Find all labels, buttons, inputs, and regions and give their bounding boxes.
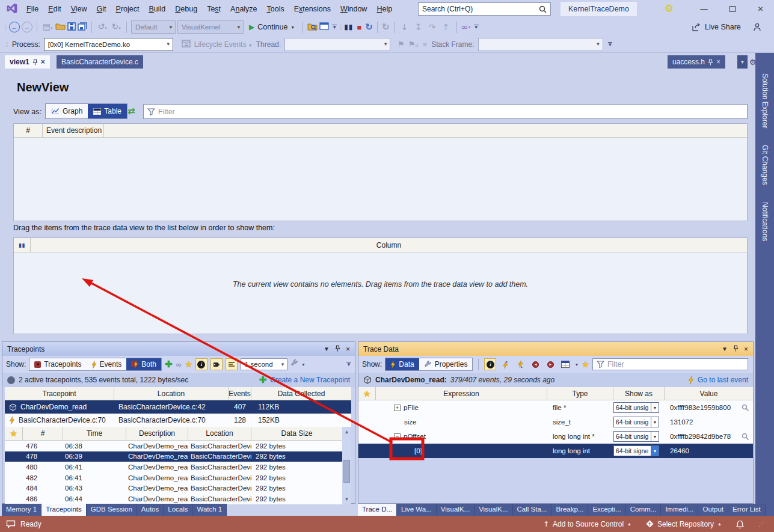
trace-row-size[interactable]: size size_t 64-bit unsig▼ 131072 bbox=[358, 415, 753, 429]
prev-tracepoint-icon[interactable] bbox=[529, 358, 541, 370]
col-description[interactable]: Description bbox=[126, 427, 188, 440]
undo-icon[interactable]: ↺▾ bbox=[96, 18, 108, 37]
bottom-tab[interactable]: Watch 1 bbox=[192, 504, 227, 516]
view-filter-input[interactable]: Filter bbox=[143, 104, 748, 119]
scroll-down-icon[interactable]: ▼ bbox=[345, 497, 349, 502]
show-info-toggle[interactable]: i bbox=[484, 358, 496, 370]
refresh-icon[interactable]: ↻ bbox=[382, 22, 390, 32]
table-toggle[interactable]: Table bbox=[88, 104, 127, 118]
show-as-dropdown[interactable]: 64-bit unsig▼ bbox=[613, 402, 659, 413]
table-row[interactable]: 48406:43CharDevDemo_readBasicCharacterDe… bbox=[5, 483, 342, 494]
col-location[interactable]: Location bbox=[114, 387, 229, 400]
step-over-icon[interactable]: ↧ bbox=[413, 19, 425, 35]
close-icon[interactable]: × bbox=[346, 345, 350, 353]
maximize-button[interactable] bbox=[719, 0, 746, 18]
project-badge[interactable]: KernelTraceDemo bbox=[561, 2, 637, 16]
resize-grip[interactable]: ⋰ bbox=[758, 521, 764, 527]
table-row[interactable]: 47606:38CharDevDemo_readBasicCharacterDe… bbox=[5, 441, 342, 451]
open-folder-icon[interactable] bbox=[55, 22, 66, 32]
stack-frame-dropdown[interactable]: ▼ bbox=[478, 38, 603, 51]
platform-dropdown[interactable]: VisualKernel▼ bbox=[177, 20, 244, 34]
side-tab[interactable]: Notifications bbox=[761, 202, 769, 241]
bottom-tab[interactable]: Locals bbox=[164, 504, 192, 516]
new-project-icon[interactable]: ▤▾ bbox=[41, 18, 54, 37]
inspect-magnifier-icon[interactable] bbox=[742, 433, 749, 441]
bottom-tab[interactable]: Memory 1 bbox=[2, 504, 41, 516]
window-position-icon[interactable]: ▼ bbox=[722, 346, 728, 352]
show-both-toggle[interactable]: Both bbox=[126, 358, 161, 370]
close-tab-icon[interactable]: × bbox=[716, 58, 720, 66]
bottom-tab[interactable]: Immedi... bbox=[661, 504, 698, 516]
collapse-icon[interactable]: − bbox=[394, 433, 401, 440]
table-row[interactable]: 47806:39CharDevDemo_readBasicCharacterDe… bbox=[5, 451, 342, 462]
show-as-dropdown[interactable]: 64-bit signe▼ bbox=[613, 445, 659, 456]
go-to-last-event-link[interactable]: Go to last event bbox=[698, 376, 748, 384]
pin-icon[interactable] bbox=[708, 59, 713, 66]
step-into-icon[interactable]: ↓ bbox=[399, 19, 411, 35]
col-tracepoint[interactable]: Tracepoint bbox=[5, 387, 114, 400]
scroll-thumb[interactable] bbox=[343, 460, 350, 483]
next-event-icon[interactable] bbox=[514, 358, 526, 370]
show-properties-toggle[interactable]: Properties bbox=[419, 358, 473, 370]
trace-row-poffset[interactable]: −pOffset long long int * 64-bit unsig▼ 0… bbox=[358, 429, 753, 444]
live-share-icon[interactable] bbox=[692, 23, 701, 31]
col-events[interactable]: Events bbox=[229, 387, 251, 400]
bottom-tab[interactable]: Call Sta... bbox=[513, 504, 552, 516]
bottom-tab[interactable]: Comm... bbox=[626, 504, 661, 516]
side-tab[interactable]: Git Changes bbox=[761, 145, 769, 185]
collaborators-icon[interactable] bbox=[752, 23, 762, 31]
menu-item[interactable]: View bbox=[66, 0, 92, 18]
show-timeline-toggle[interactable] bbox=[226, 358, 238, 370]
create-tracepoint-link[interactable]: Create a New Tracepoint bbox=[270, 376, 350, 384]
bottom-tab[interactable]: VisualK... bbox=[475, 504, 512, 516]
menu-item[interactable]: Edit bbox=[43, 0, 66, 18]
trace-filter-input[interactable]: Filter bbox=[592, 358, 748, 370]
menu-item[interactable]: Git bbox=[92, 0, 111, 18]
step-return-icon[interactable]: ↑ bbox=[440, 19, 452, 35]
tracepoints-panel-title[interactable]: Tracepoints ▼ × bbox=[2, 342, 355, 356]
export-table-icon[interactable] bbox=[559, 358, 571, 370]
col-data-size[interactable]: Data Size bbox=[251, 427, 342, 440]
event-col-number[interactable]: # bbox=[14, 124, 43, 137]
step-out-icon[interactable]: ↷ bbox=[426, 19, 438, 35]
favorites-star-icon[interactable]: ★ bbox=[10, 429, 17, 438]
intellitrace-icon[interactable]: ∞* bbox=[461, 22, 471, 32]
show-as-dropdown[interactable]: 64-bit unsig▼ bbox=[613, 417, 659, 427]
events-scrollbar[interactable]: ▲ ▼ bbox=[342, 427, 351, 504]
break-all-icon[interactable]: ▮▮ bbox=[344, 23, 353, 31]
table-row[interactable]: 48606:44CharDevDemo_readBasicCharacterDe… bbox=[5, 494, 342, 504]
col-show-as[interactable]: Show as bbox=[613, 387, 665, 400]
search-input[interactable]: Search (Ctrl+Q) bbox=[418, 2, 551, 16]
side-tab[interactable]: Solution Explorer bbox=[761, 73, 769, 128]
refresh-view-icon[interactable]: ⇄ bbox=[127, 106, 135, 117]
bottom-tab[interactable]: Trace D... bbox=[358, 504, 397, 516]
favorites-star-icon[interactable]: ★ bbox=[363, 389, 371, 399]
bottom-tab[interactable]: Tracepoints bbox=[41, 504, 87, 516]
bottom-tab[interactable]: Breakp... bbox=[551, 504, 588, 516]
lifecycle-events-icon[interactable] bbox=[182, 40, 191, 49]
restart-icon[interactable]: ↻ bbox=[365, 22, 373, 32]
browse-files-icon[interactable] bbox=[307, 22, 318, 32]
feedback-gear-icon[interactable]: ⚙ bbox=[665, 2, 674, 14]
feedback-bubble-icon[interactable] bbox=[6, 520, 16, 528]
menu-item[interactable]: Build bbox=[144, 0, 171, 18]
link-icon[interactable]: ∞ bbox=[176, 360, 182, 369]
menu-item[interactable]: Tools bbox=[262, 0, 289, 18]
live-share-label[interactable]: Live Share bbox=[705, 23, 741, 31]
tab-list-dropdown-icon[interactable]: ▼ bbox=[737, 55, 748, 69]
column-header[interactable]: Column bbox=[31, 238, 747, 252]
col-location[interactable]: Location bbox=[188, 427, 251, 440]
show-events-toggle[interactable]: Events bbox=[87, 358, 127, 370]
tracepoint-row[interactable]: BasicCharacterDevice.c:70 BasicCharacter… bbox=[5, 414, 351, 427]
solution-config-dropdown[interactable]: Default▼ bbox=[131, 20, 176, 34]
pin-icon[interactable] bbox=[335, 345, 340, 353]
flagged-threads-icon[interactable]: ⚑▫ bbox=[408, 40, 419, 49]
tracepoint-row[interactable]: CharDevDemo_read BasicCharacterDevice.c:… bbox=[5, 400, 351, 414]
menu-item[interactable]: Project bbox=[111, 0, 144, 18]
stop-debugging-icon[interactable]: ■ bbox=[357, 23, 361, 32]
scroll-up-icon[interactable]: ▲ bbox=[345, 429, 349, 435]
continue-button[interactable]: ▶ Continue ▼ bbox=[245, 23, 298, 31]
redo-icon[interactable]: ↻▾ bbox=[110, 18, 122, 37]
table-row[interactable]: 48006:41CharDevDemo_readBasicCharacterDe… bbox=[5, 462, 342, 472]
bottom-tab[interactable]: Excepti... bbox=[588, 504, 625, 516]
